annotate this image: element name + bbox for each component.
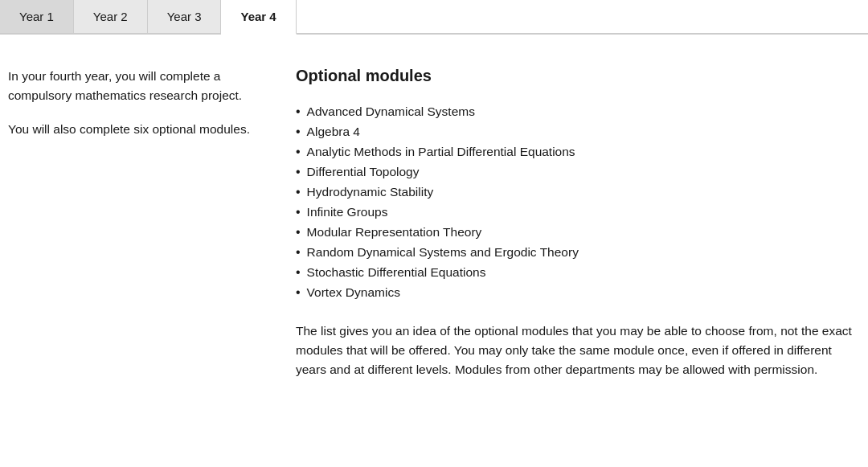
left-paragraph-1: In your fourth year, you will complete a… [8, 67, 264, 105]
module-item-0: Advanced Dynamical Systems [296, 101, 852, 121]
tab-year1[interactable]: Year 1 [0, 0, 74, 33]
module-item-7: Random Dynamical Systems and Ergodic The… [296, 242, 852, 262]
tabs-bar: Year 1Year 2Year 3Year 4 [0, 0, 868, 35]
content-area: In your fourth year, you will complete a… [0, 35, 868, 404]
module-item-2: Analytic Methods in Partial Differential… [296, 141, 852, 162]
module-item-8: Stochastic Differential Equations [296, 262, 852, 282]
tab-year4[interactable]: Year 4 [221, 0, 296, 35]
tab-year2[interactable]: Year 2 [74, 0, 148, 33]
module-item-9: Vortex Dynamics [296, 282, 852, 302]
module-item-1: Algebra 4 [296, 121, 852, 141]
left-panel: In your fourth year, you will complete a… [6, 67, 264, 379]
right-panel: Optional modules Advanced Dynamical Syst… [296, 67, 852, 379]
optional-modules-title: Optional modules [296, 67, 852, 85]
module-item-5: Infinite Groups [296, 202, 852, 222]
module-item-4: Hydrodynamic Stability [296, 182, 852, 202]
left-paragraph-2: You will also complete six optional modu… [8, 120, 264, 139]
tab-year3[interactable]: Year 3 [148, 0, 222, 33]
disclaimer-text: The list gives you an idea of the option… [296, 322, 852, 379]
module-item-6: Modular Representation Theory [296, 222, 852, 242]
module-item-3: Differential Topology [296, 162, 852, 182]
modules-list: Advanced Dynamical SystemsAlgebra 4Analy… [296, 101, 852, 302]
